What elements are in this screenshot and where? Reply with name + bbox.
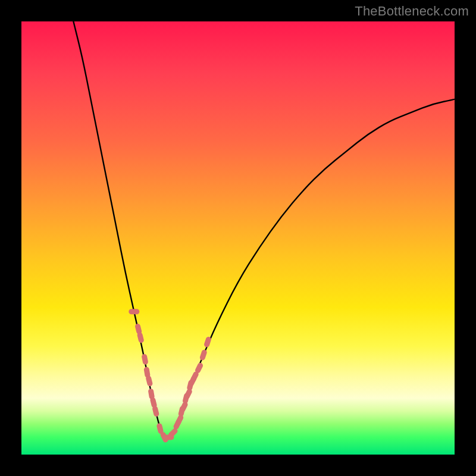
- highlighted-points: [129, 309, 212, 443]
- chart-frame: TheBottleneck.com: [0, 0, 476, 476]
- watermark-text: TheBottleneck.com: [355, 4, 469, 19]
- marker: [203, 336, 212, 348]
- marker: [199, 349, 208, 361]
- marker: [129, 309, 139, 314]
- bottleneck-curve: [73, 21, 455, 437]
- marker: [141, 353, 148, 365]
- chart-svg: [21, 21, 455, 455]
- marker: [152, 405, 159, 417]
- marker: [137, 332, 145, 344]
- plot-area: [21, 21, 455, 455]
- marker: [145, 375, 153, 387]
